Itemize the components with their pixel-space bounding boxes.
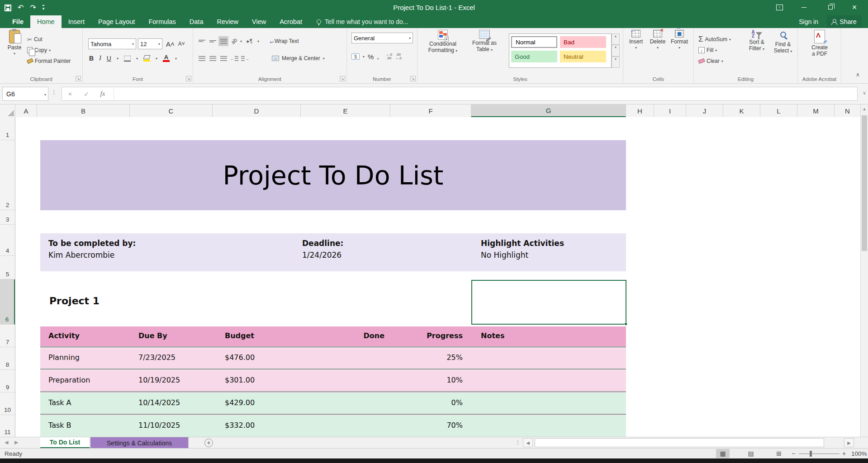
tab-insert[interactable]: Insert — [62, 15, 91, 28]
styles-scroll-up-icon[interactable]: ▴ — [612, 33, 620, 45]
insert-function-icon[interactable]: fx — [95, 90, 111, 98]
text-direction-icon[interactable]: ▸¶ — [243, 36, 256, 46]
cell-progress[interactable]: 10% — [446, 376, 463, 384]
underline-button[interactable]: U — [107, 55, 111, 62]
sheet-tab-to-do-list[interactable]: To Do List — [40, 437, 90, 449]
row-header-6[interactable]: 6 — [0, 279, 15, 325]
minimize-button[interactable] — [793, 0, 814, 14]
font-size-combo[interactable]: 12▾ — [138, 38, 162, 49]
format-as-table-button[interactable]: Format asTable ▾ — [465, 30, 504, 53]
column-header-l[interactable]: L — [760, 104, 797, 117]
sheet-nav-prev-icon[interactable]: ◀ — [5, 439, 8, 445]
find-select-button[interactable]: Find &Select ▾ — [771, 30, 795, 55]
number-dialog-launcher-icon[interactable]: ↘ — [410, 76, 416, 81]
decrease-indent-icon[interactable]: ← — [229, 53, 239, 63]
cell-budget[interactable]: $301.00 — [225, 376, 255, 384]
wrap-text-button[interactable]: ↩ Wrap Text — [272, 36, 299, 46]
collapse-ribbon-icon[interactable]: ∧ — [856, 71, 860, 78]
column-header-i[interactable]: I — [654, 104, 686, 117]
align-bottom-icon[interactable] — [218, 36, 228, 46]
clipboard-dialog-launcher-icon[interactable]: ↘ — [76, 76, 81, 81]
zoom-slider-thumb[interactable] — [810, 451, 812, 457]
clear-button[interactable]: Clear ▾ — [698, 56, 723, 66]
borders-icon[interactable] — [124, 56, 131, 61]
vertical-scroll-thumb[interactable] — [862, 115, 867, 251]
styles-scroll-down-icon[interactable]: ▾ — [612, 45, 620, 56]
sheet-tab-settings-calculations[interactable]: Settings & Calculations — [90, 437, 189, 449]
column-header-g[interactable]: G — [471, 104, 626, 117]
name-box-dropdown-icon[interactable]: ▾ — [44, 93, 46, 97]
number-format-combo[interactable]: General▾ — [351, 33, 413, 43]
cell-budget[interactable]: $332.00 — [225, 421, 255, 430]
row-header-10[interactable]: 10 — [0, 392, 15, 415]
cell-activity[interactable]: Preparation — [48, 376, 90, 384]
style-normal[interactable]: Normal — [511, 36, 557, 48]
column-header-m[interactable]: M — [797, 104, 835, 117]
name-box[interactable]: G6 ▾ — [2, 87, 48, 101]
restore-button[interactable] — [820, 0, 841, 14]
selected-cell-g6[interactable] — [471, 280, 626, 325]
cell-activity[interactable]: Task B — [48, 421, 71, 430]
shrink-font-icon[interactable]: A˅ — [178, 41, 185, 47]
project-1-label[interactable]: Project 1 — [49, 295, 100, 307]
paste-button[interactable]: Paste ▾ — [4, 30, 25, 56]
worksheet-title-cell[interactable]: Project To Do List — [40, 140, 626, 210]
style-good[interactable]: Good — [511, 51, 557, 62]
underline-dropdown-icon[interactable]: ▾ — [117, 57, 119, 61]
format-cells-button[interactable]: ↔ Format ▾ — [669, 30, 689, 50]
tab-review[interactable]: Review — [210, 15, 245, 28]
header-due-by[interactable]: Due By — [138, 331, 167, 340]
tab-formulas[interactable]: Formulas — [142, 15, 182, 28]
column-header-h[interactable]: H — [626, 104, 654, 117]
cell-progress[interactable]: 0% — [451, 398, 463, 407]
copy-button[interactable]: Copy ▾ — [27, 45, 51, 55]
horizontal-scroll-thumb[interactable] — [535, 438, 824, 447]
enter-icon[interactable]: ✓ — [78, 90, 95, 98]
sort-filter-button[interactable]: AZ Sort &Filter ▾ — [745, 30, 769, 52]
increase-decimal-icon[interactable]: ←.0 .00 — [386, 53, 392, 60]
row-header-7[interactable]: 7 — [0, 325, 15, 347]
insert-cells-button[interactable]: ← Insert ▾ — [626, 30, 646, 50]
delete-cells-button[interactable]: × Delete ▾ — [648, 30, 668, 50]
column-header-f[interactable]: F — [390, 104, 471, 117]
format-painter-button[interactable]: Format Painter — [27, 56, 71, 66]
comma-style-icon[interactable]: , — [377, 52, 379, 61]
orientation-icon[interactable]: ab — [229, 36, 239, 46]
cell-progress[interactable]: 70% — [446, 421, 463, 430]
header-notes[interactable]: Notes — [481, 331, 504, 340]
fill-button[interactable]: ↓ Fill ▾ — [698, 45, 717, 55]
deadline-value[interactable]: 1/24/2026 — [302, 250, 342, 260]
tab-page-layout[interactable]: Page Layout — [91, 15, 142, 28]
cell-budget[interactable]: $429.00 — [225, 398, 255, 407]
row-header-1[interactable]: 1 — [0, 117, 15, 140]
hscroll-left-icon[interactable]: ◀ — [523, 438, 533, 447]
font-dialog-launcher-icon[interactable]: ↘ — [186, 76, 191, 81]
column-header-n[interactable]: N — [835, 104, 860, 117]
zoom-out-icon[interactable]: − — [792, 450, 795, 457]
style-neutral[interactable]: Neutral — [560, 51, 606, 62]
autosum-button[interactable]: Σ AutoSum ▾ — [698, 34, 731, 44]
cell-activity[interactable]: Task A — [48, 398, 71, 407]
alignment-dialog-launcher-icon[interactable]: ↘ — [340, 76, 345, 81]
tab-file[interactable]: File — [5, 15, 30, 28]
ribbon-display-options-icon[interactable]: ↑ — [769, 0, 790, 14]
row-header-4[interactable]: 4 — [0, 225, 15, 256]
italic-button[interactable]: I — [99, 55, 101, 62]
tab-view[interactable]: View — [245, 15, 273, 28]
completed-by-value[interactable]: Kim Abercrombie — [48, 250, 114, 260]
zoom-slider-track[interactable] — [799, 454, 840, 454]
align-left-icon[interactable] — [197, 53, 207, 63]
tabbar-splitter[interactable]: ⁞ — [517, 439, 518, 446]
tab-acrobat[interactable]: Acrobat — [273, 15, 309, 28]
row-header-2[interactable]: 2 — [0, 140, 15, 210]
merge-center-button[interactable]: ↔ Merge & Center ▾ — [272, 53, 325, 63]
view-page-break-icon[interactable]: ⊞ — [772, 449, 786, 458]
conditional-formatting-button[interactable]: ConditionalFormatting ▾ — [423, 30, 463, 54]
tab-data[interactable]: Data — [183, 15, 210, 28]
share-button[interactable]: Share — [826, 15, 862, 28]
row-header-11[interactable]: 11 — [0, 415, 15, 437]
add-sheet-icon[interactable]: + — [204, 439, 213, 447]
vertical-scrollbar[interactable]: ▲ — [860, 104, 868, 437]
increase-indent-icon[interactable]: → — [240, 53, 250, 63]
font-family-combo[interactable]: Tahoma▾ — [88, 38, 136, 49]
